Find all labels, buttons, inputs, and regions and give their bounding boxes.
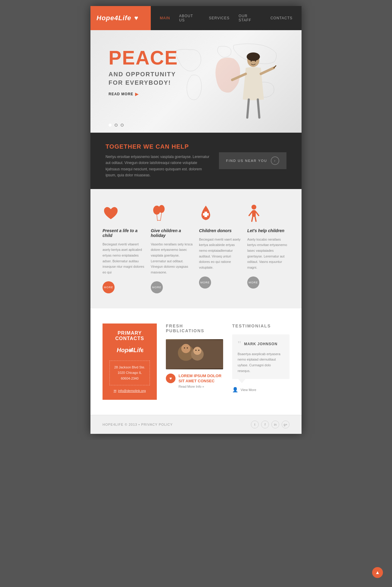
svg-point-7 xyxy=(255,60,256,62)
hero-read-more-link[interactable]: READ MORE ▶ xyxy=(109,92,139,96)
drop-service-icon xyxy=(199,204,241,222)
service-card-2: Give children a holiday Vaserbo nerafaes… xyxy=(151,204,193,293)
main-nav: MAIN ABOUT US SERVICES OUR STAFF CONTACT… xyxy=(151,6,302,30)
svg-line-19 xyxy=(252,217,253,221)
logo-heart-icon: ♥ xyxy=(134,14,138,22)
testimonial-text: Bsaertya aseplicab ertyasera nemo eiptai… xyxy=(238,351,284,374)
testimonials-title: TESTIMONIALS xyxy=(232,323,289,328)
nav-contacts[interactable]: CONTACTS xyxy=(270,16,292,20)
nav-about[interactable]: ABOUT US xyxy=(179,14,200,22)
testimonial-card: " MARK JOHNSON Bsaertya aseplicab ertyas… xyxy=(232,334,289,379)
service-title-2: Give children a holiday xyxy=(151,228,193,238)
quote-mark-icon: " xyxy=(238,340,241,348)
svg-point-29 xyxy=(184,347,185,349)
services-section: Present a life to a child Beciegast rive… xyxy=(90,189,302,308)
testimonial-header: " MARK JOHNSON xyxy=(238,340,284,348)
svg-line-4 xyxy=(247,99,249,118)
read-more-arrow-icon: ▶ xyxy=(135,92,139,96)
footer-copyright: HOPE4LIFE © 2013 • PRIVACY POLICY xyxy=(103,423,173,426)
publication-details: LOREM IPSUM DOLOR SIT AMET CONSEC Read M… xyxy=(179,374,223,389)
together-section: TOGETHER WE CAN HELP Nertyu ersvitae ert… xyxy=(90,133,302,189)
svg-point-28 xyxy=(193,347,201,355)
svg-line-12 xyxy=(160,213,162,221)
find-us-button[interactable]: FIND US NEAR YOU › xyxy=(219,152,286,169)
slider-dot-3[interactable] xyxy=(121,124,124,127)
service-card-1: Present a life to a child Beciegast rive… xyxy=(103,204,145,293)
service-more-btn-2[interactable]: MORE xyxy=(151,281,163,293)
svg-text::: : xyxy=(129,345,130,350)
contacts-title: PRIMARY CONTACTS xyxy=(109,330,150,341)
service-more-btn-4[interactable]: MORE xyxy=(247,276,259,289)
service-card-4: Let's help children Asety kscabo nerafae… xyxy=(247,204,289,293)
balloon-service-icon xyxy=(151,204,193,222)
contacts-email[interactable]: ✉ info@demolink.org xyxy=(109,389,150,393)
testimonial-author: MARK JOHNSON xyxy=(244,342,277,346)
svg-line-18 xyxy=(256,212,259,216)
service-text-2: Vaserbo nerafaes sety krsca dolore ertya… xyxy=(151,241,193,275)
service-more-btn-1[interactable]: MORE xyxy=(103,281,115,293)
svg-line-3 xyxy=(261,68,274,74)
slider-dots xyxy=(109,124,124,127)
svg-point-30 xyxy=(187,347,188,349)
logo-text: Hope4Life xyxy=(96,15,131,21)
service-more-btn-3[interactable]: MORE xyxy=(199,276,211,289)
contacts-logo: Hope 4Life : xyxy=(109,345,150,356)
primary-contacts-card: PRIMARY CONTACTS Hope 4Life : 28 Jackson… xyxy=(103,323,157,400)
together-left: TOGETHER WE CAN HELP Nertyu ersvitae ert… xyxy=(106,143,210,178)
slider-dot-2[interactable] xyxy=(115,124,118,127)
person-icon: 👤 xyxy=(232,387,238,393)
publication-read-more[interactable]: Read More Info » xyxy=(179,385,223,388)
linkedin-icon[interactable]: in xyxy=(271,421,279,428)
footer-social: t f in g+ xyxy=(251,421,289,428)
publications-title: FRESH PUBLICATIONS xyxy=(166,323,223,333)
svg-rect-14 xyxy=(203,213,209,216)
contacts-address: 28 Jackson Blvd Ste. 1020 Chicago IL 606… xyxy=(109,361,150,385)
find-us-arrow-icon: › xyxy=(271,156,279,165)
svg-rect-16 xyxy=(252,210,256,217)
svg-line-2 xyxy=(232,74,246,80)
nav-main[interactable]: MAIN xyxy=(160,16,170,20)
email-icon: ✉ xyxy=(114,389,116,393)
pub-heart-icon: ♥ xyxy=(166,374,175,383)
svg-point-31 xyxy=(195,349,197,351)
testimonials-section: TESTIMONIALS " MARK JOHNSON Bsaertya ase… xyxy=(232,323,289,400)
publication-card: ♥ LOREM IPSUM DOLOR SIT AMET CONSEC Read… xyxy=(166,374,223,389)
nav-staff[interactable]: OUR STAFF xyxy=(239,14,261,22)
svg-text:4Life: 4Life xyxy=(130,347,143,353)
hero-content: PEACE AND OPPORTUNITY FOR EVERYBODY! REA… xyxy=(109,48,178,96)
header: Hope4Life ♥ MAIN ABOUT US SERVICES OUR S… xyxy=(90,6,302,30)
slider-dot-1[interactable] xyxy=(109,124,112,127)
view-more-link[interactable]: 👤 View More xyxy=(232,387,289,393)
svg-point-10 xyxy=(159,205,165,213)
together-title: TOGETHER WE CAN HELP xyxy=(106,143,210,150)
publications-section: FRESH PUBLICATIONS ♥ xyxy=(166,323,223,400)
service-title-3: Children donors xyxy=(199,228,241,233)
publication-image xyxy=(166,339,223,369)
svg-point-1 xyxy=(247,52,260,61)
service-title-4: Let's help children xyxy=(247,228,289,233)
heart-service-icon xyxy=(103,204,145,222)
service-text-3: Beciegast riveriti vaert asety kertya as… xyxy=(199,237,241,270)
testimonial-tail xyxy=(238,379,245,383)
svg-line-11 xyxy=(157,215,157,221)
hero-subtitle: AND OPPORTUNITY FOR EVERYBODY! xyxy=(109,70,178,87)
googleplus-icon[interactable]: g+ xyxy=(282,421,289,428)
facebook-icon[interactable]: f xyxy=(261,421,269,428)
publication-article-title: LOREM IPSUM DOLOR SIT AMET CONSEC xyxy=(179,374,223,384)
svg-line-17 xyxy=(249,212,252,216)
twitter-icon[interactable]: t xyxy=(251,421,259,428)
service-text-1: Beciegast riveriti vitaeert asety kertya… xyxy=(103,241,145,275)
service-text-4: Asety kscabo nerafaes kertyu ersvitae er… xyxy=(247,237,289,270)
nav-services[interactable]: SERVICES xyxy=(209,16,229,20)
footer: HOPE4LIFE © 2013 • PRIVACY POLICY t f in… xyxy=(90,415,302,434)
svg-point-32 xyxy=(198,349,199,351)
svg-point-15 xyxy=(251,205,256,210)
service-card-3: Children donors Beciegast riveriti vaert… xyxy=(199,204,241,293)
svg-point-26 xyxy=(181,344,190,353)
svg-line-5 xyxy=(258,99,259,118)
child-figure xyxy=(229,51,277,121)
service-title-1: Present a life to a child xyxy=(103,228,145,238)
logo-area: Hope4Life ♥ xyxy=(90,6,151,30)
svg-line-20 xyxy=(255,217,256,221)
together-text: Nertyu ersvitae ertyasnemo lasec vasptal… xyxy=(106,154,210,178)
